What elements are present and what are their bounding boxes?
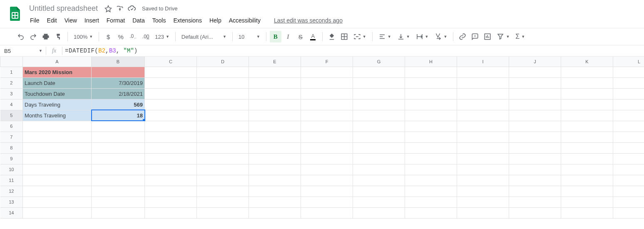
- cell-D2[interactable]: [197, 77, 249, 88]
- cell-I3[interactable]: [457, 88, 509, 99]
- spreadsheet-grid[interactable]: A B C D E F G H I J K L 1Mars 2020 Missi…: [0, 57, 644, 219]
- menu-extensions[interactable]: Extensions: [170, 15, 205, 25]
- cell-D12[interactable]: [197, 186, 249, 197]
- font-select[interactable]: Default (Ari...▼: [179, 31, 229, 42]
- cell-I5[interactable]: [457, 110, 509, 121]
- text-wrap-button[interactable]: ▼: [413, 31, 431, 42]
- cell-D4[interactable]: [197, 99, 249, 110]
- cell-J7[interactable]: [509, 132, 561, 142]
- cell-K5[interactable]: [561, 110, 613, 121]
- cell-L13[interactable]: [613, 197, 644, 207]
- cell-B12[interactable]: [92, 186, 145, 197]
- cell-F11[interactable]: [301, 175, 353, 186]
- cell-H14[interactable]: [405, 207, 457, 218]
- menu-view[interactable]: View: [61, 15, 80, 25]
- cell-I9[interactable]: [457, 153, 509, 164]
- cell-J14[interactable]: [509, 207, 561, 218]
- menu-help[interactable]: Help: [206, 15, 225, 25]
- insert-comment-button[interactable]: [469, 31, 481, 42]
- row-header-8[interactable]: 8: [0, 142, 23, 153]
- strikethrough-button[interactable]: S: [295, 31, 306, 42]
- cell-I14[interactable]: [457, 207, 509, 218]
- cell-I1[interactable]: [457, 67, 509, 77]
- cell-D13[interactable]: [197, 197, 249, 207]
- cell-J8[interactable]: [509, 142, 561, 153]
- col-header-J[interactable]: J: [509, 57, 561, 67]
- row-header-6[interactable]: 6: [0, 121, 23, 132]
- cell-G5[interactable]: [353, 110, 405, 121]
- cell-D3[interactable]: [197, 88, 249, 99]
- cell-H6[interactable]: [405, 121, 457, 132]
- cell-E3[interactable]: [249, 88, 301, 99]
- cell-F12[interactable]: [301, 186, 353, 197]
- cell-I12[interactable]: [457, 186, 509, 197]
- print-icon[interactable]: [40, 31, 52, 42]
- cell-K8[interactable]: [561, 142, 613, 153]
- row-header-13[interactable]: 13: [0, 197, 23, 207]
- cell-E2[interactable]: [249, 77, 301, 88]
- cell-G12[interactable]: [353, 186, 405, 197]
- cell-C9[interactable]: [145, 153, 197, 164]
- name-box[interactable]: B5 ▼: [0, 48, 46, 54]
- cell-K10[interactable]: [561, 164, 613, 175]
- cell-H4[interactable]: [405, 99, 457, 110]
- sheets-logo[interactable]: [7, 5, 23, 22]
- cell-J6[interactable]: [509, 121, 561, 132]
- row-header-4[interactable]: 4: [0, 99, 23, 110]
- cell-L6[interactable]: [613, 121, 644, 132]
- cell-E14[interactable]: [249, 207, 301, 218]
- cell-G4[interactable]: [353, 99, 405, 110]
- cell-C7[interactable]: [145, 132, 197, 142]
- cell-L10[interactable]: [613, 164, 644, 175]
- cell-I2[interactable]: [457, 77, 509, 88]
- cell-H8[interactable]: [405, 142, 457, 153]
- cell-A1[interactable]: Mars 2020 Mission: [23, 67, 92, 77]
- col-header-K[interactable]: K: [561, 57, 613, 67]
- cell-H9[interactable]: [405, 153, 457, 164]
- cell-B1[interactable]: [92, 67, 145, 77]
- cell-G13[interactable]: [353, 197, 405, 207]
- cell-A5[interactable]: Months Traveling: [23, 110, 92, 121]
- undo-icon[interactable]: [15, 31, 27, 42]
- cell-D7[interactable]: [197, 132, 249, 142]
- cell-H13[interactable]: [405, 197, 457, 207]
- cell-B6[interactable]: [92, 121, 145, 132]
- cell-G1[interactable]: [353, 67, 405, 77]
- cell-F4[interactable]: [301, 99, 353, 110]
- increase-decimal-button[interactable]: .00: [140, 31, 152, 42]
- cell-G6[interactable]: [353, 121, 405, 132]
- cell-H2[interactable]: [405, 77, 457, 88]
- cell-G3[interactable]: [353, 88, 405, 99]
- insert-link-button[interactable]: [457, 31, 468, 42]
- cell-I13[interactable]: [457, 197, 509, 207]
- col-header-C[interactable]: C: [145, 57, 197, 67]
- cell-I6[interactable]: [457, 121, 509, 132]
- percent-button[interactable]: %: [115, 31, 127, 42]
- merge-cells-button[interactable]: ▼: [351, 31, 369, 42]
- italic-button[interactable]: I: [282, 31, 294, 42]
- cell-J4[interactable]: [509, 99, 561, 110]
- cell-L11[interactable]: [613, 175, 644, 186]
- zoom-select[interactable]: 100%▼: [71, 31, 95, 42]
- cell-K2[interactable]: [561, 77, 613, 88]
- fill-color-button[interactable]: [326, 31, 338, 42]
- cell-F6[interactable]: [301, 121, 353, 132]
- cell-A3[interactable]: Touchdown Date: [23, 88, 92, 99]
- cell-K6[interactable]: [561, 121, 613, 132]
- cell-I10[interactable]: [457, 164, 509, 175]
- cell-F1[interactable]: [301, 67, 353, 77]
- cell-G14[interactable]: [353, 207, 405, 218]
- redo-icon[interactable]: [27, 31, 39, 42]
- cell-J9[interactable]: [509, 153, 561, 164]
- cell-B9[interactable]: [92, 153, 145, 164]
- cell-L2[interactable]: [613, 77, 644, 88]
- cell-E13[interactable]: [249, 197, 301, 207]
- row-header-11[interactable]: 11: [0, 175, 23, 186]
- cell-E6[interactable]: [249, 121, 301, 132]
- cell-I11[interactable]: [457, 175, 509, 186]
- cell-E12[interactable]: [249, 186, 301, 197]
- cell-D14[interactable]: [197, 207, 249, 218]
- cell-C4[interactable]: [145, 99, 197, 110]
- cell-E10[interactable]: [249, 164, 301, 175]
- cell-D1[interactable]: [197, 67, 249, 77]
